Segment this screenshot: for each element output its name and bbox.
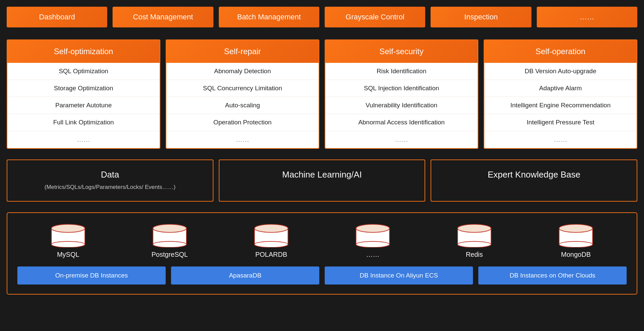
db-cylinder-icon [354, 222, 391, 247]
card-item: Parameter Autotune [7, 97, 160, 114]
card-item: …… [7, 131, 160, 148]
card-body-self-optimization: SQL OptimizationStorage OptimizationPara… [7, 63, 160, 148]
db-item-postgresql: PostgreSQL [151, 222, 188, 258]
card-item: Risk Identification [325, 63, 478, 80]
svg-point-14 [255, 224, 288, 232]
svg-point-28 [559, 241, 593, 247]
card-header-self-repair: Self-repair [166, 40, 319, 63]
card-self-security: Self-securityRisk IdentificationSQL Inje… [325, 39, 478, 149]
middle-row: Data(Metrics/SQLs/Logs/Parameters/Locks/… [7, 159, 637, 202]
card-item: Full Link Optimization [7, 114, 160, 131]
middle-card-ml-card: Machine Learning/AI [219, 159, 426, 202]
card-header-self-optimization: Self-optimization [7, 40, 160, 63]
card-item: …… [484, 131, 637, 148]
db-cylinder-icon [50, 222, 87, 247]
card-item: Abnormal Access Identification [325, 114, 478, 131]
card-item: …… [325, 131, 478, 148]
db-cylinder-icon [151, 222, 188, 247]
bottom-section: MySQLPostgreSQLPOLARDB……RedisMongoDB On-… [7, 212, 637, 295]
card-item: Storage Optimization [7, 80, 160, 97]
card-item: SQL Concurrency Limitation [166, 80, 319, 97]
middle-card-title: Machine Learning/AI [226, 170, 418, 180]
middle-card-subtitle: (Metrics/SQLs/Logs/Parameters/Locks/ Eve… [14, 183, 206, 192]
card-item: Vulnerability Identification [325, 97, 478, 114]
db-cylinder-icon [557, 222, 594, 247]
middle-card-data-card: Data(Metrics/SQLs/Logs/Parameters/Locks/… [7, 159, 213, 202]
card-self-optimization: Self-optimizationSQL OptimizationStorage… [7, 39, 160, 149]
db-label: Redis [466, 251, 483, 258]
blue-bar-row: On-premise DB InstancesApasaraDBDB Insta… [17, 266, 627, 285]
svg-point-8 [153, 241, 186, 247]
db-cylinder-icon [456, 222, 493, 247]
nav-btn-……[interactable]: …… [537, 7, 637, 27]
card-body-self-repair: Abnomaly DetectionSQL Concurrency Limita… [166, 63, 319, 148]
top-nav: DashboardCost ManagementBatch Management… [7, 7, 637, 27]
blue-bar-db-instances-on-other-clouds: DB Instances on Other Clouds [478, 266, 627, 285]
db-cylinder-icon [253, 222, 290, 247]
svg-point-24 [458, 224, 491, 232]
nav-btn-dashboard[interactable]: Dashboard [7, 7, 107, 27]
db-label: POLARDB [255, 251, 287, 258]
db-item-……: …… [354, 222, 391, 258]
db-item-redis: Redis [456, 222, 493, 258]
middle-card-title: Data [14, 170, 206, 180]
blue-bar-on-premise-db-instances: On-premise DB Instances [17, 266, 166, 285]
svg-point-18 [356, 241, 389, 247]
db-item-mongodb: MongoDB [557, 222, 594, 258]
card-item: Intelligent Engine Recommendation [484, 97, 637, 114]
svg-point-23 [458, 241, 491, 247]
card-body-self-security: Risk IdentificationSQL Injection Identif… [325, 63, 478, 148]
db-label: …… [366, 251, 379, 258]
db-label: MySQL [57, 251, 79, 258]
db-row: MySQLPostgreSQLPOLARDB……RedisMongoDB [17, 222, 627, 258]
blue-bar-apasaradb: ApasaraDB [171, 266, 319, 285]
nav-btn-inspection[interactable]: Inspection [431, 7, 531, 27]
svg-point-9 [153, 224, 186, 232]
svg-point-19 [356, 224, 389, 232]
card-self-operation: Self-operationDB Version Auto-upgradeAda… [484, 39, 637, 149]
card-item: SQL Injection Identification [325, 80, 478, 97]
card-item: Abnomaly Detection [166, 63, 319, 80]
card-item: Auto-scaling [166, 97, 319, 114]
db-label: PostgreSQL [152, 251, 188, 258]
nav-btn-batch-management[interactable]: Batch Management [219, 7, 319, 27]
card-item: …… [166, 131, 319, 148]
svg-point-29 [559, 224, 593, 232]
blue-bar-db-instance-on-aliyun-ecs: DB Instance On Aliyun ECS [325, 266, 473, 285]
svg-point-3 [51, 241, 85, 247]
self-section: Self-optimizationSQL OptimizationStorage… [7, 39, 637, 149]
card-item: Intelligent Pressure Test [484, 114, 637, 131]
card-item: SQL Optimization [7, 63, 160, 80]
nav-btn-grayscale-control[interactable]: Grayscale Control [325, 7, 425, 27]
db-item-mysql: MySQL [50, 222, 87, 258]
card-body-self-operation: DB Version Auto-upgradeAdaptive AlarmInt… [484, 63, 637, 148]
middle-card-ekb-card: Expert Knowledge Base [431, 159, 637, 202]
db-item-polardb: POLARDB [253, 222, 290, 258]
card-self-repair: Self-repairAbnomaly DetectionSQL Concurr… [166, 39, 319, 149]
svg-point-13 [255, 241, 288, 247]
card-item: DB Version Auto-upgrade [484, 63, 637, 80]
middle-card-title: Expert Knowledge Base [438, 170, 630, 180]
db-label: MongoDB [561, 251, 591, 258]
card-header-self-security: Self-security [325, 40, 478, 63]
nav-btn-cost-management[interactable]: Cost Management [113, 7, 213, 27]
card-item: Operation Protection [166, 114, 319, 131]
svg-point-4 [51, 224, 85, 232]
card-item: Adaptive Alarm [484, 80, 637, 97]
card-header-self-operation: Self-operation [484, 40, 637, 63]
